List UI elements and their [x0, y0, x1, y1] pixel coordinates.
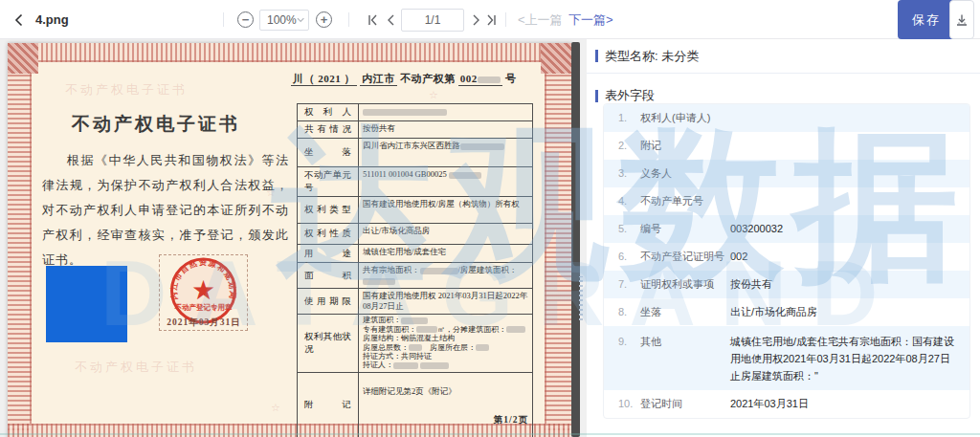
- redaction-blue-box: [46, 266, 127, 342]
- download-button[interactable]: [949, 0, 974, 39]
- divider: [348, 12, 349, 27]
- field-index: 2.: [618, 132, 640, 160]
- field-label: 附记: [640, 132, 730, 160]
- cert-field-label: 权利类型: [298, 197, 359, 224]
- redacted-text: [363, 109, 447, 116]
- certificate-corner-ornament: [8, 43, 38, 74]
- cert-number: 002: [458, 73, 502, 86]
- field-index: 6.: [618, 243, 640, 271]
- type-name-section: 类型名称: 未分类: [587, 39, 980, 74]
- zoom-level-select[interactable]: 100%: [259, 0, 309, 39]
- first-page-button[interactable]: [366, 0, 379, 39]
- field-row-10[interactable]: 10.登记时间2021年03月31日: [604, 390, 969, 418]
- document-viewer: 不动产权电子证书 不动产权电子证书 不动产权电子证书 ☆ ☆ ☆ ☆ 川（ 20…: [0, 39, 587, 437]
- certificate-border-top: [8, 43, 571, 62]
- field-index: 10.: [618, 390, 640, 418]
- download-icon: [955, 13, 969, 27]
- next-article-label: 下一篇: [568, 11, 606, 29]
- cert-table-row: 面积共有宗地面积：/房屋建筑面积：: [298, 263, 533, 289]
- field-index: 8.: [618, 298, 640, 326]
- field-row-7[interactable]: 7.证明权利或事项按份共有: [604, 271, 969, 298]
- field-label: 坐落: [640, 298, 730, 326]
- cert-table-row: 共有情况按份共有: [298, 121, 533, 139]
- field-index: 5.: [618, 215, 640, 243]
- field-index: 9.: [618, 326, 640, 350]
- back-button[interactable]: [11, 0, 27, 39]
- field-row-2[interactable]: 2.附记: [604, 132, 969, 160]
- viewer-scrollbar[interactable]: [571, 42, 580, 437]
- cert-field-value: [359, 104, 533, 121]
- anticopy-star: ☆: [429, 89, 438, 101]
- field-value: 003200032: [730, 215, 969, 243]
- field-label: 不动产单元号: [640, 187, 730, 215]
- zoom-in-button[interactable]: +: [316, 0, 332, 39]
- zoom-out-button[interactable]: −: [237, 0, 254, 39]
- field-index: 7.: [618, 271, 640, 298]
- cert-field-value: 共有宗地面积：/房屋建筑面积：: [359, 263, 533, 289]
- next-article-link[interactable]: 下一篇>: [568, 0, 613, 39]
- redacted-text: [460, 143, 504, 150]
- field-value: 城镇住宅用地/成套住宅共有宗地面积：国有建设用地使用权2021年03月31日起2…: [730, 326, 969, 390]
- divider: [223, 12, 224, 27]
- section-accent-bar: [595, 90, 598, 102]
- cert-table-row: 权利其他状况建筑面积：专有建筑面积：㎡，分摊建筑面积：房屋结构：钢筋混凝土结构房…: [298, 315, 533, 373]
- field-label: 权利人(申请人): [640, 104, 730, 132]
- redacted-text: [416, 326, 437, 333]
- page-indicator-input: [401, 9, 464, 32]
- next-page-button[interactable]: [471, 0, 482, 39]
- cert-table-row: 使用期限国有建设用地使用权 2021年03月31日起2022年08月27日止: [298, 289, 533, 315]
- plus-icon: +: [321, 13, 328, 26]
- certificate-number-line: 川（ 2021 ） 内江市 不动产权第 002 号: [291, 72, 542, 86]
- field-row-1[interactable]: 1.权利人(申请人): [604, 104, 969, 132]
- field-row-3[interactable]: 3.义务人: [604, 160, 969, 187]
- chevron-right-icon: [471, 13, 482, 27]
- cert-field-value: 511011 001004 GB00025: [359, 167, 533, 197]
- redacted-text: [363, 278, 395, 285]
- cert-field-label: 权利人: [298, 104, 359, 121]
- chevron-left-icon: [385, 13, 396, 27]
- save-button[interactable]: 保存: [898, 0, 955, 39]
- field-index: 4.: [618, 187, 640, 215]
- cert-field-label: 面积: [298, 263, 359, 289]
- field-value: 按份共有: [730, 271, 969, 298]
- certificate-image: 不动产权电子证书 不动产权电子证书 不动产权电子证书 ☆ ☆ ☆ ☆ 川（ 20…: [8, 43, 571, 437]
- prev-article-link[interactable]: <上一篇: [518, 0, 563, 39]
- cert-field-value: 城镇住宅用地/成套住宅: [359, 245, 533, 263]
- field-row-6[interactable]: 6.不动产登记证明号002: [604, 243, 969, 271]
- redacted-text: [409, 344, 422, 351]
- extra-fields-title: 表外字段: [605, 87, 655, 104]
- chevron-left-icon: [11, 12, 27, 28]
- page-indicator-field[interactable]: [401, 0, 464, 39]
- first-page-icon: [366, 13, 379, 27]
- redacted-text: [401, 317, 428, 324]
- svg-text:★: ★: [191, 275, 215, 305]
- chevron-down-icon: [297, 17, 304, 23]
- cert-field-label: 共有情况: [298, 121, 359, 139]
- last-page-button[interactable]: [485, 0, 499, 39]
- field-row-4[interactable]: 4.不动产单元号: [604, 187, 969, 215]
- fields-panel: 类型名称: 未分类 表外字段 1.权利人(申请人)2.附记3.义务人4.不动产单…: [587, 39, 980, 437]
- cert-table-row: 用途城镇住宅用地/成套住宅: [298, 245, 533, 263]
- certificate-table: 权利人共有情况按份共有坐落四川省内江市东兴区西胜路不动产单元号511011 00…: [297, 103, 533, 437]
- cert-field-value: 国有建设用地使用权 2021年03月31日起2022年08月27日止: [359, 289, 533, 315]
- field-label: 证明权利或事项: [640, 271, 730, 298]
- field-row-9[interactable]: 9.其他城镇住宅用地/成套住宅共有宗地面积：国有建设用地使用权2021年03月3…: [604, 326, 969, 390]
- cert-table-row: 权利性质出让/市场化商品房: [298, 224, 533, 245]
- field-row-5[interactable]: 5.编号003200032: [604, 215, 969, 243]
- anticopy-star: ☆: [271, 402, 280, 414]
- chevron-left-glyph: <: [518, 12, 525, 27]
- cert-field-value: 四川省内江市东兴区西胜路: [359, 139, 533, 167]
- chevron-right-glyph: >: [606, 12, 613, 27]
- field-row-8[interactable]: 8.坐落出让/市场化商品房: [604, 298, 969, 326]
- cert-field-label: 使用期限: [298, 289, 359, 315]
- minus-icon: −: [242, 13, 250, 26]
- cert-field-label: 坐落: [298, 139, 359, 167]
- toolbar: 4.png − 100% +: [0, 0, 980, 39]
- panel-resize-grip[interactable]: [579, 276, 583, 320]
- section-accent-bar: [595, 50, 598, 62]
- cert-table-row: 附记详细附记见第2页《附记》: [298, 372, 533, 437]
- anticopy-text: 不动产权电子证书: [65, 81, 188, 98]
- prev-page-button[interactable]: [385, 0, 396, 39]
- fields-list: 1.权利人(申请人)2.附记3.义务人4.不动产单元号5.编号003200032…: [603, 103, 970, 419]
- cert-field-value: 建筑面积：专有建筑面积：㎡，分摊建筑面积：房屋结构：钢筋混凝土结构房屋总层数： …: [359, 315, 533, 373]
